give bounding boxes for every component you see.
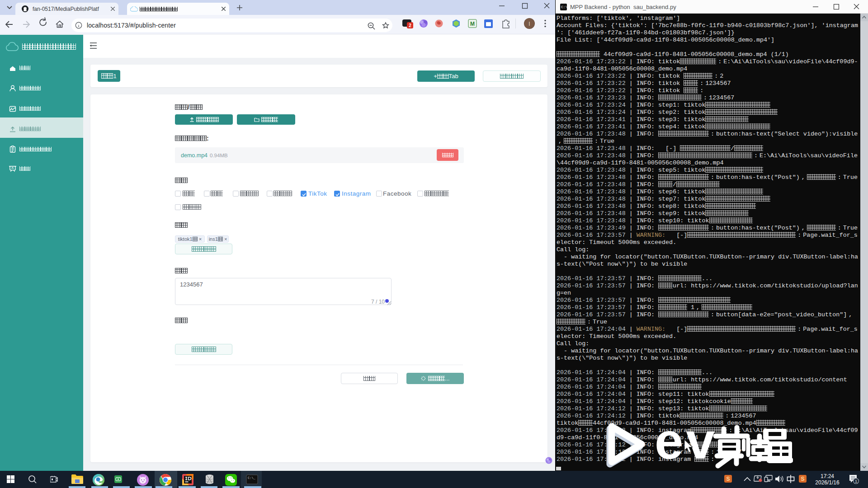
svg-text:C:\_: C:\_ [248,476,256,480]
svg-text:C:\: C:\ [561,5,567,9]
svg-text:2: 2 [409,23,411,28]
svg-text:S: S [726,476,730,482]
svg-text:1: 1 [855,479,857,483]
svg-text:S: S [801,476,804,482]
svg-text:M: M [470,21,475,27]
svg-text:l: l [529,20,530,27]
